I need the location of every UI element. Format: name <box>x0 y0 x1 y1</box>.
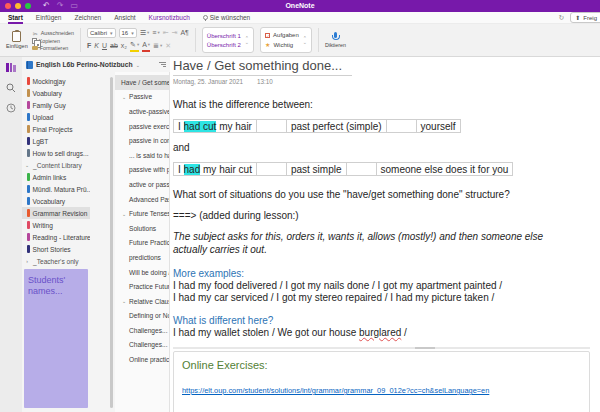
highlight-button[interactable]: ✎▾ <box>130 40 139 52</box>
exercise-link[interactable]: https://elt.oup.com/student/solutions/in… <box>182 386 581 395</box>
page-item[interactable]: Advanced Passive <box>115 192 169 207</box>
numbered-list-button[interactable]: ≡▾ <box>152 28 159 38</box>
page-canvas[interactable]: Have / Get something done... Montag, 25.… <box>170 57 600 412</box>
empty-cell[interactable] <box>256 163 286 176</box>
align-button[interactable]: ≣▾ <box>153 41 162 51</box>
phrase-cell[interactable]: I had my hair cut <box>174 163 257 176</box>
agent-cell[interactable]: someone else does it for you <box>376 163 513 176</box>
section-item[interactable]: Final Projects <box>22 123 90 135</box>
ribbon-toggle-icon[interactable]: ▭ <box>70 0 78 12</box>
menu-item-kursnotizbuch[interactable]: Kursnotizbuch <box>149 12 190 23</box>
page-item[interactable]: predictions <box>115 250 169 265</box>
section-item[interactable]: Mündl. Matura Prü... <box>22 183 90 195</box>
section-item[interactable]: Mockingjay <box>22 75 90 87</box>
section-group[interactable]: ›_Teacher's only <box>22 255 90 267</box>
section-item[interactable]: How to sell drugs... <box>22 147 90 159</box>
clear-format-button[interactable]: ✕ <box>165 41 171 51</box>
paste-button[interactable]: Einfügen <box>6 31 28 49</box>
page-item[interactable]: Challenges... Solu... <box>115 338 169 353</box>
tag-todo[interactable]: ✓Aufgaben <box>265 32 299 38</box>
close-button[interactable] <box>5 3 11 9</box>
style-heading2[interactable]: Überschrift 2 <box>207 42 241 48</box>
paragraph-mark-button[interactable]: A¶ <box>180 28 188 38</box>
sort-filter-icon[interactable] <box>159 62 166 67</box>
notebook-header[interactable]: English L6b Perino-Notizbuch ⌄ <box>22 57 170 72</box>
outdent-button[interactable]: ⇤ <box>163 28 169 38</box>
page-item[interactable]: ⌄Future Tenses <box>115 206 169 221</box>
minimize-button[interactable] <box>15 3 21 9</box>
page-item[interactable]: passive with prep... <box>115 163 169 178</box>
search-icon[interactable] <box>6 83 16 93</box>
styles-gallery[interactable]: Überschrift 1 Überschrift 2 ⌃⌄ <box>202 27 254 53</box>
page-item[interactable]: Have / Get somethi... <box>115 75 169 90</box>
empty-cell[interactable] <box>386 120 416 133</box>
page-item[interactable]: Future Practice <box>115 236 169 251</box>
cut-button[interactable]: ✂Ausschneiden <box>32 30 74 37</box>
section-item[interactable]: Upload <box>22 111 90 123</box>
tense-cell[interactable]: past perfect (simple) <box>286 120 386 133</box>
container-resize-handle[interactable] <box>415 347 435 349</box>
phrase-cell[interactable]: I had cut my hair <box>174 120 257 133</box>
page-item[interactable]: Will be doing / wil... <box>115 265 169 280</box>
page-item[interactable]: passive in conditi... <box>115 133 169 148</box>
page-item[interactable]: ... is said to have... <box>115 148 169 163</box>
section-item[interactable]: Reading - Literature <box>22 231 90 243</box>
styles-scroll-arrows[interactable]: ⌃⌄ <box>245 36 249 44</box>
page-item[interactable]: active or passive? <box>115 177 169 192</box>
menu-item-ansicht[interactable]: Ansicht <box>114 12 135 23</box>
italic-button[interactable]: K <box>94 41 99 51</box>
share-button[interactable]: ⬆ Freig <box>570 12 600 23</box>
menu-item-start[interactable]: Start <box>8 12 23 23</box>
page-item[interactable]: passive exercises <box>115 119 169 134</box>
page-title[interactable]: Have / Get something done... <box>173 58 352 76</box>
tense-cell[interactable]: past simple <box>286 163 346 176</box>
menu-item-einf-gen[interactable]: Einfügen <box>36 12 62 23</box>
zoom-button[interactable] <box>25 3 31 9</box>
sections-scrollbar[interactable] <box>110 77 113 408</box>
exercises-container[interactable]: Online Exercises: https://elt.oup.com/st… <box>173 351 590 412</box>
redo-icon[interactable]: ↷ <box>57 0 64 12</box>
section-item[interactable]: Family Guy <box>22 99 90 111</box>
section-item[interactable]: Short Stories <box>22 243 90 255</box>
undo-icon[interactable]: ↶ <box>43 0 50 12</box>
strikethrough-button[interactable]: ab <box>110 41 118 51</box>
dictate-button[interactable]: Diktieren <box>325 32 346 48</box>
section-item[interactable]: Voabulary <box>22 87 90 99</box>
page-item[interactable]: ⌄Relative Clauses <box>115 294 169 309</box>
tag-important[interactable]: ★Wichtig <box>265 41 299 48</box>
subscript-button[interactable]: x₂ <box>121 41 127 51</box>
format-painter-button[interactable]: Formatieren <box>32 45 74 51</box>
empty-cell[interactable] <box>256 120 286 133</box>
page-item[interactable]: Challenges... <box>115 323 169 338</box>
menu-item-zeichnen[interactable]: Zeichnen <box>74 12 101 23</box>
empty-cell[interactable] <box>346 163 376 176</box>
page-item[interactable]: Solutions <box>115 221 169 236</box>
page-item[interactable]: active-passive ex... <box>115 104 169 119</box>
page-item[interactable]: Defining or Non-... <box>115 309 169 324</box>
section-item[interactable]: LgBT <box>22 135 90 147</box>
section-item[interactable]: Vocabulary <box>22 195 90 207</box>
section-group[interactable]: ⌄_Content Library <box>22 159 90 171</box>
notebooks-icon[interactable] <box>5 61 17 73</box>
page-item[interactable]: Practice Future T... <box>115 279 169 294</box>
bullet-list-button[interactable]: ☰▾ <box>140 28 150 38</box>
tags-scroll-arrows[interactable]: ⌃⌄ <box>303 36 307 44</box>
students-note[interactable]: Students' names... <box>24 269 88 408</box>
indent-button[interactable]: ⇥ <box>172 28 178 38</box>
recent-notes-icon[interactable] <box>6 103 16 113</box>
menu-item-sie-w-nschen[interactable]: Sie wünschen <box>203 12 250 23</box>
underline-button[interactable]: U <box>102 41 107 51</box>
section-item[interactable]: Grammar Revision <box>22 207 90 219</box>
font-name-select[interactable]: Calibri▾ <box>87 28 116 38</box>
font-size-select[interactable]: 16▾ <box>119 28 137 38</box>
style-heading1[interactable]: Überschrift 1 <box>207 33 241 39</box>
agent-cell[interactable]: yourself <box>416 120 460 133</box>
section-item[interactable]: Writing <box>22 219 90 231</box>
sync-status-icon[interactable]: ↻ <box>558 14 564 22</box>
page-item[interactable]: ⌄Passive <box>115 90 169 105</box>
font-color-button[interactable]: A▾ <box>142 40 150 52</box>
section-item[interactable]: Admin links <box>22 171 90 183</box>
tags-gallery[interactable]: ✓Aufgaben ★Wichtig ⌃⌄ <box>260 27 312 53</box>
page-item[interactable]: Online practice... <box>115 352 169 367</box>
bold-button[interactable]: F <box>87 41 91 51</box>
